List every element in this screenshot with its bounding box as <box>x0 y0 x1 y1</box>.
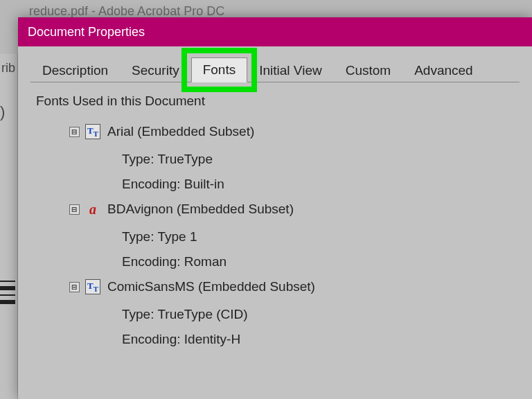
tab-custom[interactable]: Custom <box>334 58 402 82</box>
tree-expander-icon[interactable]: ⊟ <box>69 204 80 215</box>
dialog-title: Document Properties <box>28 25 145 39</box>
font-name: BDAvignon (Embedded Subset) <box>107 202 294 217</box>
background-window-title: reduce.pdf - Adobe Acrobat Pro DC <box>29 4 224 19</box>
font-encoding-row: Encoding: Identity-H <box>122 332 520 347</box>
tree-expander-icon[interactable]: ⊟ <box>69 282 80 292</box>
fonts-tree: ⊟ TT Arial (Embedded Subset) Type: TrueT… <box>69 124 520 347</box>
font-entry: ⊟ TT ComicSansMS (Embedded Subset) Type:… <box>69 279 520 347</box>
font-entry: ⊟ TT Arial (Embedded Subset) Type: TrueT… <box>69 124 520 192</box>
truetype-font-icon: TT <box>85 279 100 294</box>
document-properties-dialog: Document Properties Description Security… <box>18 17 532 399</box>
tab-strip: Description Security Fonts Initial View … <box>30 56 520 82</box>
background-sidebar-lines <box>0 281 17 304</box>
truetype-font-icon: TT <box>85 124 100 139</box>
tab-fonts[interactable]: Fonts <box>191 57 248 82</box>
background-sidebar-text: rib <box>1 61 17 76</box>
font-type-row: Type: TrueType (CID) <box>122 307 520 322</box>
dialog-titlebar[interactable]: Document Properties <box>18 17 532 46</box>
background-sidebar-paren: ) <box>0 103 17 121</box>
font-type-row: Type: TrueType <box>122 152 520 167</box>
font-name: Arial (Embedded Subset) <box>107 124 254 139</box>
font-encoding-row: Encoding: Built-in <box>122 177 520 192</box>
tab-initial-view[interactable]: Initial View <box>247 58 333 82</box>
type1-font-icon: a <box>85 202 100 217</box>
tab-security[interactable]: Security <box>120 58 191 82</box>
tab-description[interactable]: Description <box>30 58 120 82</box>
tab-advanced[interactable]: Advanced <box>402 58 485 82</box>
tree-expander-icon[interactable]: ⊟ <box>69 127 80 137</box>
font-encoding-row: Encoding: Roman <box>122 254 520 269</box>
dialog-body: Description Security Fonts Initial View … <box>18 46 532 399</box>
background-sidebar: rib ) <box>0 54 18 399</box>
fonts-section-label: Fonts Used in this Document <box>36 94 520 109</box>
font-type-row: Type: Type 1 <box>122 229 520 245</box>
font-name: ComicSansMS (Embedded Subset) <box>107 279 315 294</box>
font-entry: ⊟ a BDAvignon (Embedded Subset) Type: Ty… <box>69 202 520 269</box>
